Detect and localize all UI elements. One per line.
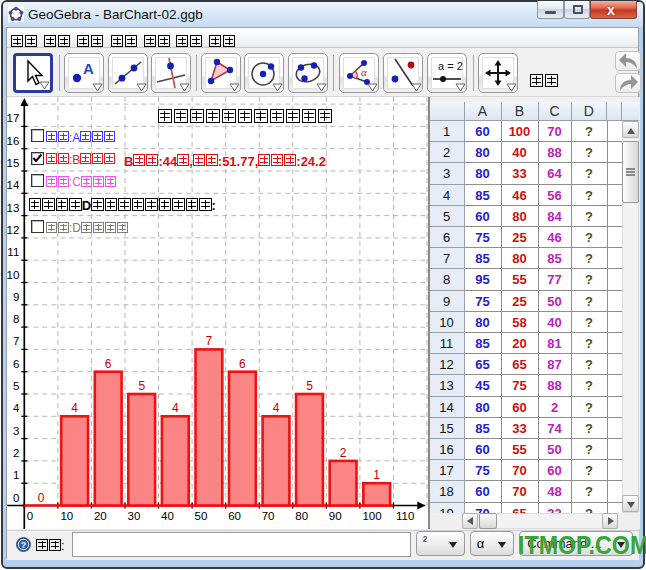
svg-text:2: 2 bbox=[13, 447, 19, 459]
svg-text:11: 11 bbox=[7, 246, 19, 258]
svg-text:90: 90 bbox=[329, 510, 342, 522]
svg-text:6: 6 bbox=[239, 357, 246, 371]
svg-text:4: 4 bbox=[13, 402, 20, 414]
svg-text:4: 4 bbox=[273, 401, 280, 415]
svg-text:12: 12 bbox=[7, 224, 19, 236]
svg-text:70: 70 bbox=[262, 510, 275, 522]
svg-text:60: 60 bbox=[228, 510, 241, 522]
svg-text:15: 15 bbox=[7, 157, 19, 169]
svg-text:0: 0 bbox=[13, 492, 19, 504]
svg-text:110: 110 bbox=[396, 510, 414, 522]
svg-text:100: 100 bbox=[362, 510, 381, 522]
svg-text:6: 6 bbox=[13, 358, 19, 370]
svg-text:50: 50 bbox=[195, 510, 208, 522]
svg-text:0: 0 bbox=[38, 491, 45, 505]
svg-text:A: A bbox=[83, 60, 94, 77]
svg-text:20: 20 bbox=[94, 510, 107, 522]
svg-text:5: 5 bbox=[306, 379, 313, 393]
svg-text:14: 14 bbox=[7, 179, 20, 191]
svg-text:a = 2: a = 2 bbox=[438, 60, 463, 72]
svg-text:8: 8 bbox=[13, 313, 19, 325]
svg-text:5: 5 bbox=[13, 380, 19, 392]
svg-text:80: 80 bbox=[295, 510, 308, 522]
svg-text:7: 7 bbox=[13, 335, 19, 347]
svg-text:40: 40 bbox=[161, 510, 174, 522]
svg-text:0: 0 bbox=[27, 510, 33, 522]
svg-text:13: 13 bbox=[7, 202, 19, 214]
svg-text:?: ? bbox=[21, 540, 27, 550]
svg-text:9: 9 bbox=[13, 291, 19, 303]
svg-text:10: 10 bbox=[7, 269, 19, 281]
svg-text:30: 30 bbox=[128, 510, 141, 522]
svg-text:7: 7 bbox=[206, 334, 213, 348]
svg-text:10: 10 bbox=[60, 510, 73, 522]
svg-text:1: 1 bbox=[13, 469, 19, 481]
svg-text:4: 4 bbox=[71, 401, 78, 415]
svg-text:4: 4 bbox=[172, 401, 179, 415]
svg-text:2: 2 bbox=[340, 446, 347, 460]
svg-text:16: 16 bbox=[7, 135, 19, 147]
svg-text:α: α bbox=[361, 66, 367, 78]
svg-text:5: 5 bbox=[138, 379, 145, 393]
svg-text:6: 6 bbox=[105, 357, 112, 371]
svg-text:1: 1 bbox=[373, 468, 380, 482]
svg-text:3: 3 bbox=[13, 425, 19, 437]
svg-text:17: 17 bbox=[7, 112, 19, 124]
